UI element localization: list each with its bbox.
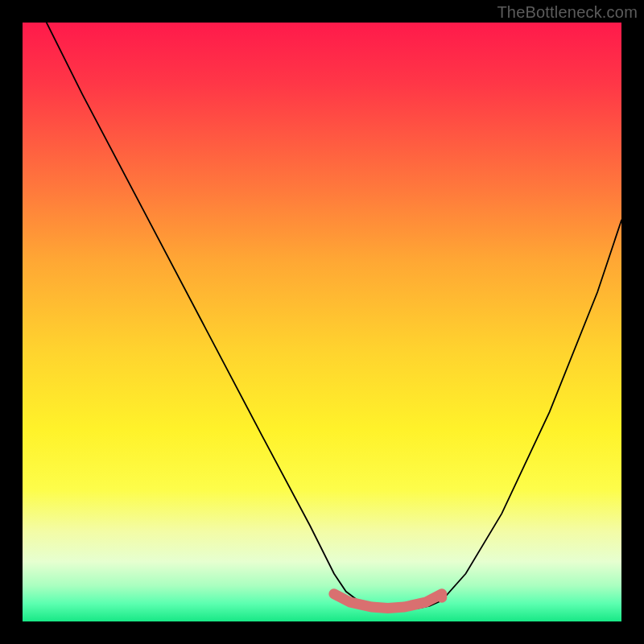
- flat-highlight: [334, 594, 442, 609]
- chart-frame: TheBottleneck.com: [0, 0, 644, 644]
- chart-svg: [23, 23, 621, 621]
- plot-area: [23, 23, 621, 621]
- v-curve: [47, 23, 621, 609]
- watermark-text: TheBottleneck.com: [497, 3, 638, 22]
- flat-endpoint-dot: [436, 592, 447, 603]
